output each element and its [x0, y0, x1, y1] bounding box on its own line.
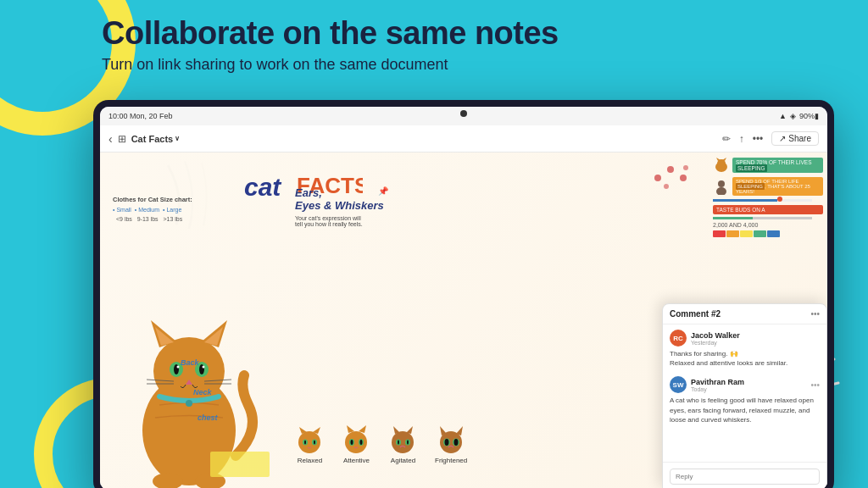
svg-point-8 — [680, 175, 687, 181]
comment-time-1: Yesterday — [691, 340, 820, 346]
svg-point-36 — [304, 441, 306, 445]
svg-marker-40 — [359, 425, 366, 433]
svg-point-44 — [360, 440, 363, 445]
svg-marker-54 — [456, 426, 463, 435]
color-bars — [713, 230, 823, 237]
cat-faces-row: Relaxed — [295, 425, 467, 464]
svg-point-22 — [203, 366, 205, 369]
header-area: Collaborate on the same notes Turn on li… — [102, 15, 800, 74]
comment-panel: Comment #2 ••• RC Jacob Walker Yest — [662, 303, 827, 488]
sub-title: Turn on link sharing to work on the same… — [102, 56, 800, 74]
svg-point-12 — [153, 337, 225, 405]
signal-icon: ▲ — [779, 112, 787, 120]
comment-user-row-2: SW Pavithran Ram Today ••• — [670, 376, 820, 393]
cat-face-frightened: Frightened — [435, 425, 467, 464]
avatar-sw: SW — [670, 376, 687, 393]
svg-point-43 — [351, 440, 353, 445]
svg-marker-53 — [440, 426, 447, 435]
main-title: Collaborate on the same notes — [102, 15, 800, 53]
export-icon[interactable]: ↑ — [739, 133, 744, 145]
grid-icon[interactable]: ⊞ — [118, 133, 126, 145]
svg-point-6 — [654, 175, 661, 181]
more-icon[interactable]: ••• — [753, 133, 764, 145]
battery-indicator: 90%▮ — [799, 112, 819, 120]
svg-point-50 — [398, 440, 399, 445]
info-bar-2: SPEND 1/3 OF THEIR LIFE SLEEPING, THAT'S… — [732, 177, 823, 196]
comment-header: Comment #2 ••• — [663, 304, 826, 324]
cat-size-chart: Clothes for Cat Size chart: • Small • Me… — [113, 195, 192, 224]
tablet-wrapper: 10:00 Mon, 20 Feb ▲ ◈ 90%▮ ‹ ⊞ Cat Facts… — [93, 100, 834, 488]
svg-point-63 — [718, 180, 725, 187]
share-label: Share — [788, 134, 811, 143]
comment-user-info-2: Pavithran Ram Today — [691, 378, 806, 392]
content-area: cat FACTS — [100, 152, 827, 488]
ears-section: Ears, Eyes & Whiskers Your cat's express… — [295, 186, 384, 234]
reply-input[interactable] — [670, 469, 820, 485]
toolbar-icons: ✏ ↑ ••• ↗ Share — [722, 131, 819, 146]
status-time: 10:00 Mon, 20 Feb — [108, 112, 173, 120]
body-label-neck: Neck — [193, 388, 212, 396]
edit-icon[interactable]: ✏ — [722, 133, 731, 145]
cat-face-agitated: Agitated — [388, 425, 418, 464]
comment-user-row-1: RC Jacob Walker Yesterday — [670, 330, 820, 347]
comment-title: Comment #2 — [670, 309, 721, 319]
paw-prints — [645, 161, 696, 198]
yellow-highlight-box — [210, 452, 270, 477]
cat-face-relaxed: Relaxed — [295, 425, 325, 464]
share-button[interactable]: ↗ Share — [771, 131, 819, 146]
svg-point-45 — [392, 431, 414, 453]
status-bar-right: ▲ ◈ 90%▮ — [779, 112, 819, 120]
app-toolbar: ‹ ⊞ Cat Facts ∨ ✏ ↑ ••• ↗ Share — [100, 125, 827, 152]
document-title: Cat Facts ∨ — [131, 134, 181, 144]
svg-point-58 — [453, 439, 458, 446]
comment-item-2: SW Pavithran Ram Today ••• A cat who is … — [670, 376, 820, 424]
tablet-screen: 10:00 Mon, 20 Feb ▲ ◈ 90%▮ ‹ ⊞ Cat Facts… — [100, 107, 827, 488]
info-bar-3: TASTE BUDS ON A — [713, 205, 823, 214]
svg-point-38 — [345, 431, 367, 453]
body-label-chest: chest — [198, 413, 218, 422]
svg-point-10 — [683, 165, 688, 170]
svg-point-30 — [186, 400, 192, 407]
svg-point-9 — [664, 184, 669, 189]
comment-reply-box — [663, 462, 826, 488]
tablet-device: 10:00 Mon, 20 Feb ▲ ◈ 90%▮ ‹ ⊞ Cat Facts… — [93, 100, 834, 488]
comment-item-1: RC Jacob Walker Yesterday Thanks for sha… — [670, 330, 820, 368]
svg-point-7 — [667, 166, 674, 173]
number-bar — [713, 217, 812, 219]
tablet-camera — [460, 110, 467, 117]
back-button[interactable]: ‹ — [108, 132, 113, 146]
comment-more-dots-2[interactable]: ••• — [810, 380, 820, 390]
info-bar-1: SPEND 70% OF THEIR LIVES SLEEPING — [732, 158, 823, 173]
comment-text-1: Thanks for sharing. 🙌Relaxed and attenti… — [670, 349, 820, 368]
note-canvas[interactable]: cat FACTS — [100, 152, 827, 488]
share-icon: ↗ — [779, 134, 786, 143]
body-label-back: Back — [181, 358, 199, 367]
svg-point-37 — [314, 441, 315, 445]
comment-time-2: Today — [691, 386, 806, 392]
right-info-panel: SPEND 70% OF THEIR LIVES SLEEPING SPEND … — [713, 157, 823, 237]
comment-body: RC Jacob Walker Yesterday Thanks for sha… — [663, 324, 826, 462]
svg-point-31 — [298, 431, 320, 453]
svg-point-21 — [177, 366, 180, 369]
comment-more-button[interactable]: ••• — [810, 309, 820, 319]
comment-username-1: Jacob Walker — [691, 331, 820, 340]
comment-user-info-1: Jacob Walker Yesterday — [691, 331, 820, 346]
svg-point-57 — [444, 439, 448, 446]
progress-bar — [713, 199, 812, 202]
wifi-icon: ◈ — [790, 112, 796, 120]
svg-point-51 — [407, 440, 409, 445]
avatar-rc: RC — [670, 330, 687, 347]
svg-text:cat: cat — [244, 173, 282, 201]
comment-text-2: A cat who is feeling good will have rela… — [670, 396, 820, 424]
cat-face-attentive: Attentive — [342, 425, 371, 464]
svg-marker-47 — [406, 426, 413, 434]
comment-username-2: Pavithran Ram — [691, 378, 806, 386]
svg-point-64 — [716, 187, 726, 195]
svg-marker-46 — [393, 426, 400, 434]
number-text: 2,000 AND 4,000 — [713, 222, 823, 228]
